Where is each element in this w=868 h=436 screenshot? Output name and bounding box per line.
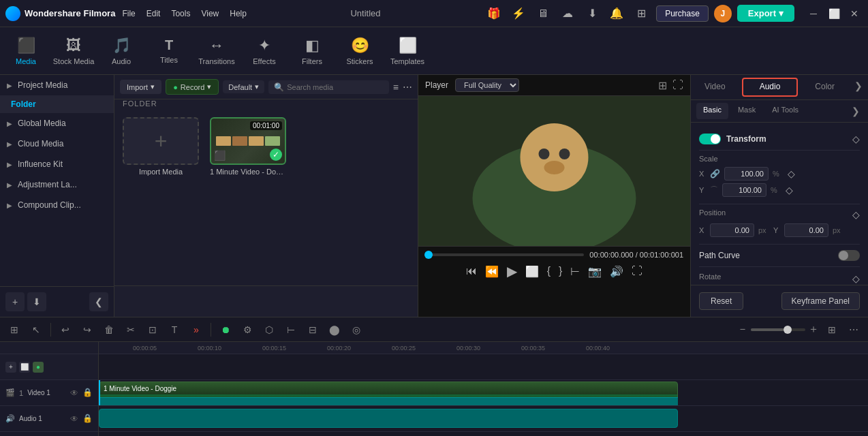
sidebar-item-influence-kit[interactable]: ▶ Influence Kit	[0, 154, 114, 174]
more-btn[interactable]: ⋯	[845, 321, 863, 339]
split-button[interactable]: ⊢	[570, 265, 580, 278]
lightning-icon[interactable]: ⚡	[509, 4, 528, 23]
quality-select[interactable]: Full Quality	[455, 78, 519, 92]
screen-icon[interactable]: 🖥	[533, 4, 553, 23]
scale-y-keyframe-icon[interactable]: ◇	[786, 185, 793, 196]
audio-clip[interactable]	[99, 409, 678, 428]
step-back-button[interactable]: ⏪	[485, 265, 499, 278]
gift-icon[interactable]: 🎁	[484, 4, 503, 23]
position-keyframe-icon[interactable]: ◇	[852, 209, 860, 220]
import-button[interactable]: Import ▾	[120, 80, 161, 94]
position-y-input[interactable]	[784, 223, 828, 237]
delete-button[interactable]: 🗑	[100, 321, 118, 339]
fullscreen-button[interactable]: ⛶	[632, 265, 642, 277]
remove-track-button[interactable]: ⬜	[19, 362, 30, 373]
sidebar-item-adjustment[interactable]: ▶ Adjustment La...	[0, 174, 114, 195]
zoom-in-button[interactable]: ＋	[808, 322, 819, 337]
audio-toggle-button[interactable]: 🔊	[610, 265, 623, 278]
expand-tabs-icon[interactable]: ❯	[849, 75, 868, 99]
play-button[interactable]: ▶	[507, 263, 517, 279]
tool-filters[interactable]: ◧ Filters	[289, 29, 335, 73]
zoom-slider[interactable]	[751, 328, 805, 331]
group-button[interactable]: ⊟	[304, 321, 322, 339]
speed-button[interactable]: ⬤	[326, 321, 343, 339]
path-curve-toggle[interactable]	[838, 250, 860, 261]
undo-button[interactable]: ↩	[57, 321, 74, 339]
eye-icon[interactable]: 👁	[69, 414, 80, 424]
avatar[interactable]: J	[714, 5, 732, 22]
tab-audio[interactable]: Audio	[742, 78, 799, 97]
link-icon[interactable]: 🔗	[710, 169, 720, 178]
tool-transitions[interactable]: ↔ Transitions	[193, 29, 240, 73]
record-button[interactable]: ● Record ▾	[166, 79, 219, 95]
settings-button[interactable]: ⚙	[238, 321, 256, 339]
minimize-button[interactable]: ─	[805, 5, 822, 22]
position-x-input[interactable]	[710, 223, 754, 237]
skip-back-button[interactable]: ⏮	[466, 265, 477, 277]
zoom-out-button[interactable]: －	[737, 322, 748, 337]
audio-record-button[interactable]: ⏺	[217, 321, 234, 339]
crop-button[interactable]: ⊡	[144, 321, 161, 339]
scale-y-input[interactable]	[722, 183, 766, 197]
mark-out-button[interactable]: }	[559, 265, 562, 277]
more-options-icon[interactable]: ⋯	[403, 82, 412, 93]
filter-icon[interactable]: ≡	[393, 82, 399, 93]
import-to-folder-button[interactable]: ⬇	[27, 292, 46, 311]
menu-edit[interactable]: Edit	[146, 9, 161, 18]
lock-icon[interactable]: 🔒	[82, 388, 93, 399]
tool-effects[interactable]: ✦ Effects	[241, 29, 288, 73]
record-track-button[interactable]: ●	[33, 362, 44, 373]
tab-video[interactable]: Video	[691, 75, 739, 99]
search-input[interactable]	[287, 83, 384, 91]
menu-file[interactable]: File	[122, 9, 135, 18]
grid-view-icon[interactable]: ⊞	[658, 79, 667, 92]
snapshot-button[interactable]: 📷	[588, 265, 602, 278]
keyframe-panel-button[interactable]: Keyframe Panel	[781, 292, 860, 310]
transform-keyframe-icon[interactable]: ◇	[852, 134, 860, 144]
download-icon[interactable]: ⬇	[583, 4, 602, 23]
redo-button[interactable]: ↪	[78, 321, 96, 339]
tool-media[interactable]: ⬛ Media	[3, 29, 49, 73]
purchase-button[interactable]: Purchase	[656, 5, 709, 22]
subtab-mask[interactable]: Mask	[731, 103, 762, 119]
video-media-item[interactable]: 00:01:00 ⬛ ✓ 1 Minute Video - Dog...	[210, 117, 286, 279]
menu-help[interactable]: Help	[230, 9, 247, 18]
stabilize-button[interactable]: ◎	[347, 321, 365, 339]
cut-button[interactable]: ✂	[122, 321, 140, 339]
layout-btn[interactable]: ⊞	[823, 321, 841, 339]
sidebar-item-cloud-media[interactable]: ▶ Cloud Media	[0, 134, 114, 154]
tool-stickers[interactable]: 😊 Stickers	[337, 29, 383, 73]
timeline-settings-icon[interactable]: ⊞	[5, 321, 23, 339]
eye-icon[interactable]: 👁	[69, 388, 80, 399]
marker-button[interactable]: ⬡	[260, 321, 278, 339]
stop-button[interactable]: ⬜	[525, 265, 539, 278]
sidebar-item-compound-clip[interactable]: ▶ Compound Clip...	[0, 195, 114, 215]
menu-tools[interactable]: Tools	[171, 9, 190, 18]
cloud-icon[interactable]: ☁	[558, 4, 577, 23]
rotate-keyframe-icon[interactable]: ◇	[852, 273, 860, 284]
sidebar-item-global-media[interactable]: ▶ Global Media	[0, 113, 114, 134]
collapse-panel-button[interactable]: ❮	[89, 292, 108, 311]
fullscreen-icon[interactable]: ⛶	[672, 79, 683, 92]
import-media-item[interactable]: + Import Media	[123, 117, 199, 279]
text-button[interactable]: T	[166, 321, 183, 339]
split-audio-button[interactable]: ⊢	[282, 321, 300, 339]
sidebar-item-project-media[interactable]: ▶ Project Media	[0, 75, 114, 95]
export-button[interactable]: Export ▾	[737, 5, 794, 22]
link-chain-icon[interactable]: ⌒	[710, 185, 718, 196]
lock-icon[interactable]: 🔒	[82, 414, 93, 424]
reset-button[interactable]: Reset	[699, 292, 743, 310]
tab-color[interactable]: Color	[801, 75, 849, 99]
subtab-basic[interactable]: Basic	[696, 103, 728, 119]
tool-titles[interactable]: T Titles	[146, 29, 192, 73]
menu-view[interactable]: View	[201, 9, 219, 18]
transform-toggle[interactable]	[699, 134, 721, 144]
add-folder-button[interactable]: +	[5, 292, 25, 311]
expand-subtabs-icon[interactable]: ❯	[849, 103, 863, 119]
subtab-ai-tools[interactable]: AI Tools	[765, 103, 805, 119]
tool-templates[interactable]: ⬜ Templates	[384, 29, 431, 73]
maximize-button[interactable]: ⬜	[826, 5, 842, 22]
add-track-button[interactable]: +	[5, 362, 16, 373]
tool-stock-media[interactable]: 🖼 Stock Media	[50, 29, 97, 73]
sort-selector[interactable]: Default ▾	[223, 80, 264, 93]
